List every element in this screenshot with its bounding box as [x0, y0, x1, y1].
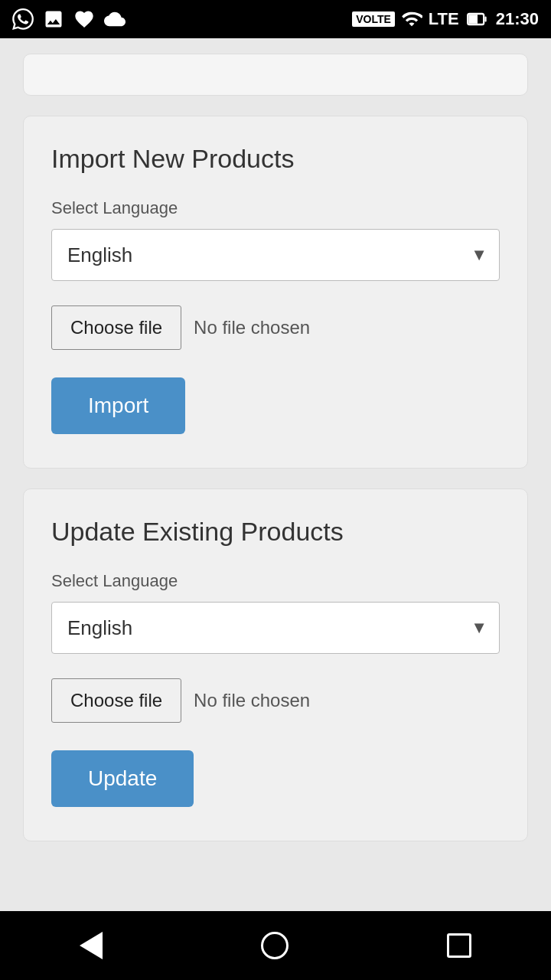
image-icon: [43, 8, 64, 30]
battery-icon: [465, 8, 490, 30]
import-file-row: Choose file No file chosen: [51, 305, 500, 350]
wifi-icon: [401, 8, 422, 30]
import-choose-file-button[interactable]: Choose file: [51, 305, 181, 350]
svg-rect-1: [468, 15, 478, 24]
status-bar-right: VOLTE LTE 21:30: [352, 8, 539, 30]
nav-bar: [0, 911, 551, 980]
import-language-select-wrapper: English French Spanish German Arabic ▼: [51, 229, 500, 281]
lte-text: LTE: [429, 9, 459, 29]
import-language-label: Select Language: [51, 198, 500, 218]
heart-icon: [73, 8, 95, 30]
update-file-row: Choose file No file chosen: [51, 678, 500, 723]
top-partial-card: [23, 54, 528, 96]
clock: 21:30: [496, 9, 539, 29]
import-products-card: Import New Products Select Language Engl…: [23, 116, 528, 469]
update-language-select[interactable]: English French Spanish German Arabic: [51, 602, 500, 654]
update-language-select-wrapper: English French Spanish German Arabic ▼: [51, 602, 500, 654]
import-no-file-text: No file chosen: [194, 317, 310, 338]
import-button[interactable]: Import: [51, 377, 185, 434]
volte-badge: VOLTE: [352, 11, 395, 27]
status-bar-left-icons: [12, 8, 126, 30]
status-bar: VOLTE LTE 21:30: [0, 0, 551, 38]
import-card-title: Import New Products: [51, 144, 500, 174]
back-button[interactable]: [80, 932, 103, 959]
recents-button[interactable]: [447, 933, 471, 958]
whatsapp-icon: [12, 8, 34, 30]
update-choose-file-button[interactable]: Choose file: [51, 678, 181, 723]
update-products-card: Update Existing Products Select Language…: [23, 488, 528, 841]
cloud-icon: [104, 8, 126, 30]
update-button[interactable]: Update: [51, 750, 194, 807]
update-card-title: Update Existing Products: [51, 517, 500, 547]
home-button[interactable]: [261, 932, 289, 959]
import-language-select[interactable]: English French Spanish German Arabic: [51, 229, 500, 281]
update-no-file-text: No file chosen: [194, 690, 310, 711]
scroll-area: Import New Products Select Language Engl…: [0, 38, 551, 911]
update-language-label: Select Language: [51, 571, 500, 591]
